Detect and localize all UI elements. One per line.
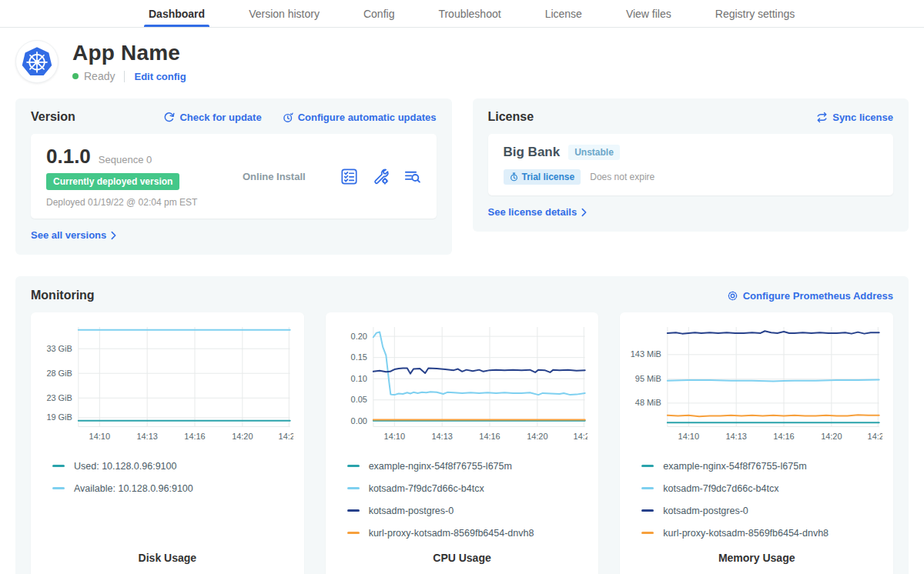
- svg-text:0.10: 0.10: [350, 374, 367, 383]
- tab-config[interactable]: Config: [363, 0, 394, 27]
- sync-arrows-icon: [816, 112, 828, 123]
- legend-label: kurl-proxy-kotsadm-8569fb6454-dnvh8: [369, 528, 534, 539]
- version-sequence: Sequence 0: [99, 154, 152, 165]
- configure-automatic-updates-link[interactable]: Configure automatic updates: [282, 112, 437, 123]
- configure-prometheus-label: Configure Prometheus Address: [743, 290, 893, 302]
- kubernetes-logo-icon: [15, 40, 59, 83]
- legend-label: example-nginx-54f8f76755-l675m: [369, 461, 512, 472]
- chevron-right-icon: [581, 208, 587, 217]
- svg-text:14:16: 14:16: [774, 432, 795, 441]
- svg-text:0.00: 0.00: [350, 416, 367, 425]
- svg-text:14:16: 14:16: [479, 432, 500, 441]
- legend-label: kotsadm-postgres-0: [663, 506, 748, 516]
- charts-row: 33 GiB28 GiB23 GiB19 GiB14:1014:1314:161…: [31, 312, 893, 574]
- svg-text:14:10: 14:10: [89, 432, 110, 441]
- refresh-icon: [163, 112, 175, 123]
- legend-dash-icon: [641, 465, 654, 467]
- configure-prometheus-link[interactable]: Configure Prometheus Address: [727, 290, 893, 302]
- svg-text:14:20: 14:20: [527, 432, 547, 441]
- legend-item: kotsadm-7f9dc7d66c-b4tcx: [336, 477, 588, 499]
- see-license-details-label: See license details: [488, 206, 578, 218]
- svg-text:14:23: 14:23: [279, 432, 293, 441]
- legend-item: kotsadm-postgres-0: [631, 499, 882, 522]
- monitoring-section: Monitoring Configure Prometheus Address …: [15, 276, 909, 574]
- legend-item: Used: 10.128.0.96:9100: [42, 455, 293, 477]
- cards-row: Version Check for update Configure au: [15, 98, 909, 255]
- svg-text:14:10: 14:10: [678, 432, 699, 441]
- preflight-checks-button[interactable]: [340, 168, 358, 185]
- svg-text:14:16: 14:16: [184, 432, 205, 441]
- svg-text:14:20: 14:20: [232, 432, 253, 441]
- license-card: License Sync license Big Bank Unstable: [473, 98, 909, 232]
- cpu-usage-chart: 0.200.150.100.050.0014:1014:1314:1614:20…: [336, 322, 588, 447]
- app-header: App Name Ready Edit config: [0, 28, 924, 91]
- edit-config-link[interactable]: Edit config: [134, 71, 186, 82]
- sync-license-link[interactable]: Sync license: [816, 112, 893, 123]
- svg-text:0.05: 0.05: [350, 395, 367, 404]
- see-license-details-link[interactable]: See license details: [488, 206, 588, 218]
- license-customer-name: Big Bank: [504, 145, 561, 160]
- chevron-right-icon: [111, 231, 116, 240]
- svg-text:14:10: 14:10: [383, 432, 404, 441]
- svg-text:143 MiB: 143 MiB: [631, 349, 661, 359]
- license-card-title: License: [488, 110, 534, 124]
- svg-text:23 GiB: 23 GiB: [46, 393, 72, 402]
- tab-troubleshoot[interactable]: Troubleshoot: [438, 0, 500, 27]
- view-config-button[interactable]: [372, 168, 390, 185]
- tab-dashboard[interactable]: Dashboard: [149, 0, 205, 27]
- clock-refresh-icon: [282, 112, 293, 123]
- legend-dash-icon: [52, 465, 65, 467]
- version-card-title: Version: [31, 110, 75, 124]
- disk-usage-card: 33 GiB28 GiB23 GiB19 GiB14:1014:1314:161…: [31, 312, 304, 574]
- channel-badge: Unstable: [568, 145, 620, 160]
- svg-text:14:23: 14:23: [573, 432, 588, 441]
- license-expiry: Does not expire: [590, 172, 654, 182]
- tab-view-files[interactable]: View files: [626, 0, 671, 27]
- check-for-update-link[interactable]: Check for update: [163, 112, 261, 123]
- legend-dash-icon: [347, 509, 360, 512]
- legend-item: Available: 10.128.0.96:9100: [42, 477, 293, 499]
- sync-license-label: Sync license: [832, 112, 893, 123]
- top-nav: DashboardVersion historyConfigTroublesho…: [0, 0, 924, 28]
- disk-usage-chart: 33 GiB28 GiB23 GiB19 GiB14:1014:1314:161…: [42, 322, 293, 447]
- legend-dash-icon: [347, 465, 360, 467]
- legend-label: kotsadm-postgres-0: [369, 506, 454, 516]
- trial-license-badge: Trial license: [504, 169, 581, 185]
- logs-search-icon: [403, 168, 421, 185]
- divider: [124, 71, 125, 82]
- legend-label: kotsadm-7f9dc7d66c-b4tcx: [663, 483, 778, 494]
- svg-text:28 GiB: 28 GiB: [46, 369, 72, 378]
- see-all-versions-link[interactable]: See all versions: [31, 229, 116, 241]
- checklist-icon: [340, 168, 358, 185]
- stopwatch-icon: [510, 172, 518, 182]
- deploy-logs-button[interactable]: [403, 168, 421, 185]
- tab-version-history[interactable]: Version history: [249, 0, 320, 27]
- svg-text:48 MiB: 48 MiB: [635, 398, 661, 407]
- svg-text:33 GiB: 33 GiB: [46, 344, 72, 353]
- memory-usage-card: 143 MiB95 MiB48 MiB14:1014:1314:1614:201…: [620, 312, 893, 574]
- legend-dash-icon: [641, 532, 654, 534]
- svg-text:0.20: 0.20: [350, 332, 367, 341]
- tab-registry-settings[interactable]: Registry settings: [715, 0, 795, 27]
- legend-item: kurl-proxy-kotsadm-8569fb6454-dnvh8: [631, 522, 882, 544]
- svg-text:14:20: 14:20: [821, 432, 842, 441]
- cpu-usage-legend: example-nginx-54f8f76755-l675mkotsadm-7f…: [336, 455, 588, 544]
- trial-license-label: Trial license: [522, 172, 575, 182]
- svg-text:0.15: 0.15: [350, 352, 367, 362]
- memory-usage-title: Memory Usage: [631, 544, 882, 570]
- configure-automatic-updates-label: Configure automatic updates: [298, 112, 437, 123]
- legend-item: kotsadm-7f9dc7d66c-b4tcx: [631, 477, 882, 499]
- legend-label: kotsadm-7f9dc7d66c-b4tcx: [369, 483, 484, 494]
- tab-license[interactable]: License: [545, 0, 582, 27]
- install-type-label: Online Install: [243, 171, 340, 182]
- app-status: Ready: [84, 70, 115, 82]
- legend-dash-icon: [641, 509, 654, 512]
- legend-item: example-nginx-54f8f76755-l675m: [336, 455, 588, 477]
- cpu-usage-card: 0.200.150.100.050.0014:1014:1314:1614:20…: [326, 312, 599, 574]
- legend-label: Used: 10.128.0.96:9100: [74, 461, 176, 472]
- legend-item: kurl-proxy-kotsadm-8569fb6454-dnvh8: [336, 522, 588, 544]
- svg-text:19 GiB: 19 GiB: [46, 412, 72, 422]
- deployed-version-badge: Currently deployed version: [46, 173, 179, 190]
- deployed-timestamp: Deployed 01/19/22 @ 02:04 pm EST: [46, 197, 243, 208]
- version-number: 0.1.0: [46, 145, 91, 169]
